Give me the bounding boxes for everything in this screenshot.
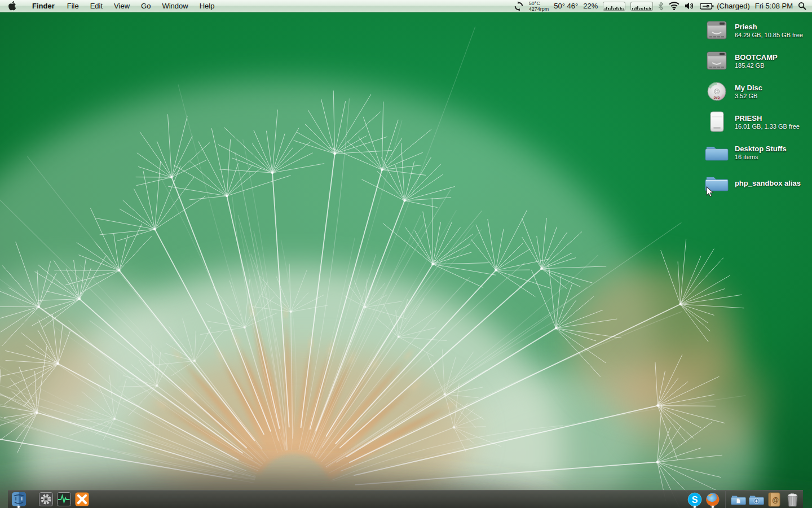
system-utility-dock-icon[interactable] <box>38 492 54 507</box>
desktop-item-priesh-external[interactable]: PRIESH 16.01 GB, 1.33 GB free <box>705 110 803 134</box>
menu-help[interactable]: Help <box>194 0 220 12</box>
menubar-clock[interactable]: Fri 5:08 PM <box>755 2 793 10</box>
desktop-item-priesh[interactable]: Priesh 64.29 GB, 10.85 GB free <box>705 19 803 42</box>
desktop-item-info: 3.52 GB <box>735 92 762 100</box>
desktop-item-name: BOOTCAMP <box>735 53 778 62</box>
dock-right-group: S <box>687 491 800 508</box>
internal-drive-icon <box>705 19 729 42</box>
desktop-item-info: 64.29 GB, 10.85 GB free <box>735 31 803 39</box>
svg-text:@: @ <box>772 496 779 503</box>
desktop-item-name: Desktop Stuffs <box>735 144 787 153</box>
battery-status-label: (Charged) <box>717 2 750 10</box>
fan-speed: 4274rpm <box>529 6 549 12</box>
firefox-dock-icon[interactable] <box>705 492 721 507</box>
menu-file[interactable]: File <box>61 0 85 12</box>
apple-logo-icon <box>8 1 16 11</box>
bluetooth-icon[interactable] <box>658 2 664 11</box>
menu-window[interactable]: Window <box>156 0 193 12</box>
desktop-wallpaper <box>0 12 812 508</box>
menu-view[interactable]: View <box>108 0 135 12</box>
xampp-dock-icon[interactable] <box>74 492 90 507</box>
menu-bar: Finder File Edit View Go Window Help 50°… <box>0 0 812 12</box>
spotlight-icon[interactable] <box>798 2 806 10</box>
internal-drive-icon <box>705 49 729 73</box>
activity-monitor-dock-icon[interactable] <box>56 492 72 507</box>
running-indicator <box>712 506 714 508</box>
documents-folder-dock-icon[interactable] <box>730 492 746 507</box>
battery-menu[interactable]: (Charged) <box>700 2 750 10</box>
downloads-folder-dock-icon[interactable] <box>748 492 764 507</box>
external-drive-icon <box>705 110 729 134</box>
menu-edit[interactable]: Edit <box>85 0 108 12</box>
desktop-item-name: My Disc <box>735 84 762 92</box>
menu-go[interactable]: Go <box>135 0 156 12</box>
fan-control-icon[interactable] <box>514 1 524 11</box>
desktop-icon-list: Priesh 64.29 GB, 10.85 GB free BOOTCAMP … <box>705 19 803 202</box>
running-indicator <box>694 506 696 508</box>
svg-text:DVD: DVD <box>714 96 720 99</box>
fan-status[interactable]: 50°C 4274rpm <box>529 1 549 12</box>
menu-finder[interactable]: Finder <box>27 0 61 12</box>
desktop-item-my-disc[interactable]: DVD My Disc 3.52 GB <box>705 80 803 103</box>
desktop-item-info: 16 items <box>735 153 787 161</box>
svg-text:S: S <box>692 494 698 504</box>
folder-icon <box>705 141 729 164</box>
percent-indicator[interactable]: 22% <box>583 2 598 10</box>
optical-disc-icon: DVD <box>705 80 729 103</box>
cpu-history-graph[interactable] <box>603 2 625 11</box>
fan-temp: 50°C <box>529 1 549 6</box>
weather-temps[interactable]: 50° 46° <box>554 2 578 10</box>
desktop-item-name: php_sandbox alias <box>735 179 801 187</box>
dock-left-group <box>11 491 90 508</box>
dock-separator <box>725 491 726 508</box>
trash-icon[interactable] <box>784 492 800 507</box>
skype-dock-icon[interactable]: S <box>687 492 703 507</box>
network-history-graph[interactable] <box>630 2 653 11</box>
desktop-item-name: PRIESH <box>735 114 800 122</box>
dock: S <box>8 490 803 508</box>
desktop-item-info: 16.01 GB, 1.33 GB free <box>735 122 800 130</box>
running-indicator <box>17 506 20 508</box>
finder-dock-icon[interactable] <box>11 492 27 507</box>
desktop-item-bootcamp[interactable]: BOOTCAMP 185.42 GB <box>705 49 803 73</box>
battery-icon <box>700 3 714 10</box>
wifi-icon[interactable] <box>669 2 679 10</box>
desktop-item-name: Priesh <box>735 23 803 31</box>
apple-menu[interactable] <box>0 0 27 12</box>
desktop-item-info: 185.42 GB <box>735 62 778 69</box>
desktop-item-php-sandbox-alias[interactable]: php_sandbox alias <box>705 171 803 195</box>
mouse-cursor <box>706 186 714 198</box>
volume-icon[interactable] <box>685 2 695 10</box>
address-book-dock-icon[interactable]: @ <box>766 492 782 507</box>
desktop-item-desktop-stuffs[interactable]: Desktop Stuffs 16 items <box>705 141 803 164</box>
